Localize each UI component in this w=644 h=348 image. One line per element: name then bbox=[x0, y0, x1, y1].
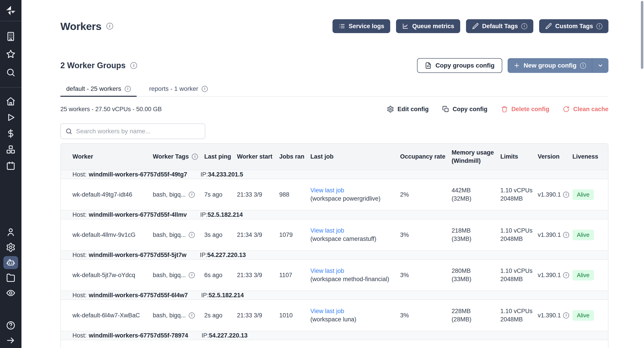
col-jobs-ran: Jobs ran bbox=[279, 144, 310, 170]
tab-reports[interactable]: reports - 1 worker bbox=[143, 82, 214, 96]
search-icon[interactable] bbox=[3, 66, 18, 79]
last-job: View last job (workspace powergridlive) bbox=[310, 179, 400, 210]
title-row: Workers Service logs Queue metrics Defau… bbox=[60, 19, 608, 34]
worker-row: wk-default-5jt7w-oYdcq bash, bigq... 6s … bbox=[61, 260, 608, 291]
worker-row bbox=[61, 340, 608, 348]
last-ping: 6s ago bbox=[204, 260, 237, 291]
delete-config-button[interactable]: Delete config bbox=[501, 106, 550, 113]
tab-default[interactable]: default - 25 workers bbox=[60, 82, 137, 96]
windmill-logo[interactable] bbox=[0, 0, 22, 21]
limits: 1.10 vCPUs2048MB bbox=[500, 260, 538, 291]
custom-tags-button[interactable]: Custom Tags bbox=[539, 19, 608, 33]
arrow-right-icon[interactable] bbox=[3, 334, 18, 347]
host-row: Host: windmill-workers-67757d55f-49tg7 I… bbox=[61, 170, 608, 179]
version: v1.390.1 bbox=[538, 219, 572, 250]
last-job: View last job (workspace luna) bbox=[310, 300, 400, 331]
edit-config-button[interactable]: Edit config bbox=[387, 106, 428, 113]
tags-info-icon[interactable] bbox=[189, 272, 195, 278]
tab-reports-info-icon[interactable] bbox=[202, 86, 208, 92]
worker-row: wk-default-6l4w7-XwBaC bash, bigq... 2s … bbox=[61, 300, 608, 331]
limits: 1.10 vCPUs2048MB bbox=[500, 300, 538, 331]
new-group-dropdown-caret[interactable] bbox=[592, 58, 608, 73]
last-job: View last job (workspace method-financia… bbox=[310, 260, 400, 291]
new-group-info-icon[interactable] bbox=[580, 62, 586, 69]
workers-info-icon[interactable] bbox=[106, 23, 113, 30]
eye-icon[interactable] bbox=[3, 286, 18, 300]
worker-start: 21:33 3/9 bbox=[237, 260, 279, 291]
building-icon[interactable] bbox=[3, 30, 18, 43]
worker-robot-icon[interactable] bbox=[3, 256, 18, 269]
worker-name: wk-default-4llmv-9v1cG bbox=[61, 219, 153, 250]
version: v1.390.1 bbox=[538, 179, 572, 210]
limits: 1.10 vCPUs2048MB bbox=[500, 219, 538, 250]
view-last-job-link[interactable]: View last job bbox=[310, 226, 400, 235]
version-info-icon[interactable] bbox=[563, 272, 569, 278]
tags-info-icon[interactable] bbox=[189, 232, 195, 238]
last-ping: 3s ago bbox=[204, 219, 237, 250]
boxes-icon[interactable] bbox=[3, 143, 18, 156]
settings-icon[interactable] bbox=[3, 241, 18, 254]
copy-icon bbox=[442, 106, 449, 113]
groups-info-icon[interactable] bbox=[130, 62, 137, 69]
play-icon[interactable] bbox=[3, 111, 18, 124]
calendar-icon[interactable] bbox=[3, 159, 18, 172]
dollar-icon[interactable] bbox=[3, 127, 18, 140]
worker-tags: bash, bigq... bbox=[153, 219, 204, 250]
copy-groups-config-button[interactable]: Copy groups config bbox=[417, 58, 502, 73]
table-header-row: Worker Worker Tags Last ping Worker star… bbox=[61, 144, 608, 170]
custom-tags-info-icon[interactable] bbox=[596, 23, 602, 29]
default-tags-info-icon[interactable] bbox=[521, 23, 527, 29]
home-icon[interactable] bbox=[3, 95, 18, 108]
queue-metrics-button[interactable]: Queue metrics bbox=[396, 19, 460, 33]
sidebar bbox=[0, 0, 22, 348]
copy-config-button[interactable]: Copy config bbox=[442, 106, 488, 113]
version: v1.390.1 bbox=[538, 260, 572, 291]
search-icon bbox=[65, 128, 72, 135]
worker-tags: bash, bigq... bbox=[153, 260, 204, 291]
chevron-down-icon bbox=[597, 62, 604, 69]
col-version: Version bbox=[538, 144, 572, 170]
host-row: Host: windmill-workers-67757d55f-5jt7w I… bbox=[61, 250, 608, 260]
pen-icon bbox=[545, 23, 552, 30]
worker-row: wk-default-4llmv-9v1cG bash, bigq... 3s … bbox=[61, 219, 608, 250]
occupancy-rate: 3% bbox=[400, 219, 452, 250]
host-row: Host: windmill-workers-67757d55f-4llmv I… bbox=[61, 210, 608, 219]
pen-icon bbox=[472, 23, 479, 30]
workers-page: Workers Service logs Queue metrics Defau… bbox=[0, 0, 644, 348]
occupancy-rate: 3% bbox=[400, 260, 452, 291]
user-icon[interactable] bbox=[3, 226, 18, 239]
jobs-ran: 1079 bbox=[279, 219, 310, 250]
new-group-config-button[interactable]: New group config bbox=[508, 58, 608, 73]
file-code-icon bbox=[425, 62, 432, 69]
worker-search-input[interactable] bbox=[76, 128, 200, 135]
worker-name: wk-default-6l4w7-XwBaC bbox=[61, 300, 153, 331]
clean-cache-button[interactable]: Clean cache bbox=[562, 106, 608, 113]
version-info-icon[interactable] bbox=[563, 312, 569, 318]
star-icon[interactable] bbox=[3, 48, 18, 60]
version: v1.390.1 bbox=[538, 300, 572, 331]
sidebar-divider bbox=[0, 87, 22, 88]
help-icon[interactable] bbox=[3, 319, 18, 332]
occupancy-rate: 2% bbox=[400, 179, 452, 210]
version-info-icon[interactable] bbox=[563, 192, 569, 198]
service-logs-button[interactable]: Service logs bbox=[332, 19, 390, 33]
default-tags-button[interactable]: Default Tags bbox=[466, 19, 533, 33]
folder-icon[interactable] bbox=[3, 271, 18, 284]
vertical-scrollbar-thumb[interactable] bbox=[641, 1, 643, 69]
view-last-job-link[interactable]: View last job bbox=[310, 186, 400, 194]
worker-start: 21:34 3/9 bbox=[237, 219, 279, 250]
tags-info-icon[interactable] bbox=[189, 192, 195, 198]
worker-row: wk-default-49tg7-idt46 bash, bigq... 7s … bbox=[61, 179, 608, 210]
groups-row: 2 Worker Groups Copy groups config New g… bbox=[60, 58, 608, 73]
gear-icon bbox=[387, 106, 394, 113]
tags-info-icon[interactable] bbox=[189, 312, 195, 318]
liveness: Alive bbox=[572, 179, 608, 210]
view-last-job-link[interactable]: View last job bbox=[310, 267, 400, 275]
version-info-icon[interactable] bbox=[563, 232, 569, 238]
tab-default-info-icon[interactable] bbox=[125, 86, 131, 92]
jobs-ran: 1010 bbox=[279, 300, 310, 331]
view-last-job-link[interactable]: View last job bbox=[310, 307, 400, 315]
alive-badge: Alive bbox=[572, 310, 594, 321]
workers-table: Worker Worker Tags Last ping Worker star… bbox=[60, 143, 608, 348]
worker-tags-info-icon[interactable] bbox=[192, 154, 198, 160]
